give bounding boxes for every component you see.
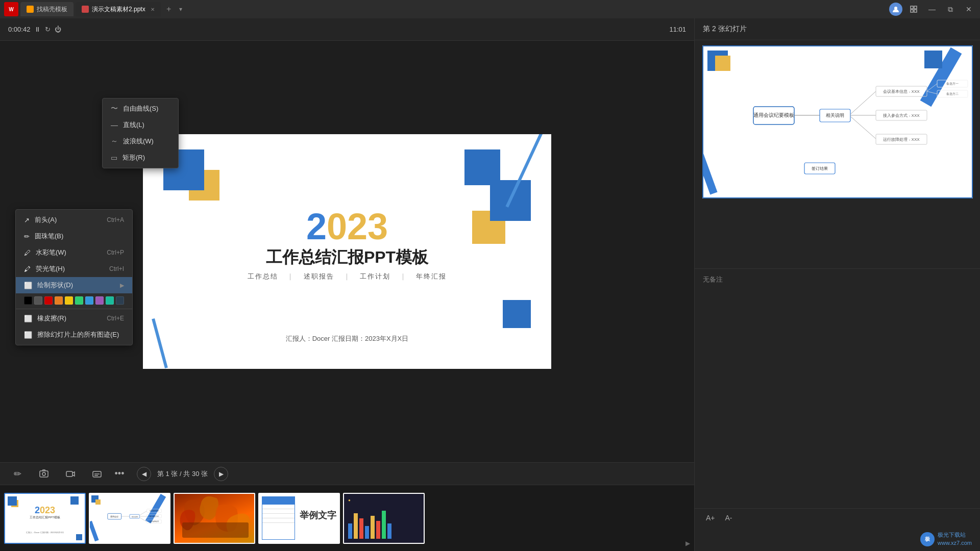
svg-text:签订结果: 签订结果 bbox=[812, 166, 828, 171]
title-bar-left: W 找稿壳模板 演示文稿素材2.pptx ✕ + ▾ bbox=[4, 2, 182, 16]
color-navy[interactable] bbox=[116, 296, 124, 305]
thumbnail-4[interactable]: 举例文字 bbox=[258, 493, 340, 544]
shape-submenu: 〜 自由曲线(S) — 直线(L) ～ 波浪线(W) ▭ 矩形(R) bbox=[102, 98, 179, 168]
th1-deco-blue bbox=[8, 496, 17, 506]
slide-deco-blue-br bbox=[503, 300, 531, 328]
current-slide: 第 1 张 bbox=[157, 470, 178, 478]
pen-menu-eraser[interactable]: ⬜ 橡皮擦(R) Ctrl+E bbox=[16, 310, 132, 327]
svg-text:接入参会方式 - XXX: 接入参会方式 - XXX bbox=[883, 113, 920, 118]
thumbnail-3[interactable] bbox=[174, 493, 255, 544]
pen-menu-clear-all[interactable]: ⬜ 擦除幻灯片上的所有图迹(E) bbox=[16, 327, 132, 343]
pen-menu-arrow[interactable]: ↗ 前头(A) Ctrl+A bbox=[16, 212, 132, 228]
fullscreen-button[interactable] bbox=[906, 2, 921, 16]
color-purple[interactable] bbox=[95, 296, 104, 305]
avatar[interactable] bbox=[889, 3, 902, 16]
color-red[interactable] bbox=[44, 296, 53, 305]
prev-slide-button[interactable]: ◀ bbox=[137, 467, 151, 481]
subtitle1: 工作总结 bbox=[248, 272, 278, 280]
video-button[interactable]: ↑ bbox=[61, 465, 80, 483]
menu-divider bbox=[16, 309, 132, 309]
svg-text:接入参会方式: 接入参会方式 bbox=[150, 515, 159, 517]
thumb4-text: 举例文字 bbox=[300, 509, 336, 521]
color-black[interactable] bbox=[24, 296, 32, 305]
svg-text:通用会议: 通用会议 bbox=[110, 515, 118, 518]
slide-author: 汇报人：Docer 汇报日期：2023年X月X日 bbox=[143, 334, 551, 343]
font-larger-button[interactable]: A+ bbox=[703, 513, 718, 523]
color-teal[interactable] bbox=[106, 296, 114, 305]
svg-line-16 bbox=[139, 511, 146, 515]
tab-close-icon[interactable]: ✕ bbox=[151, 7, 155, 12]
right-panel-header: 第 2 张幻灯片 bbox=[695, 18, 980, 40]
svg-rect-2 bbox=[914, 6, 917, 9]
thumbnail-strip: 2023 工作总结汇报PPT模板 汇报人：Docer 汇报日期：2023年X月X… bbox=[0, 485, 694, 551]
thumbnail-scroll-right[interactable]: ▶ bbox=[685, 540, 690, 547]
submenu-line[interactable]: — 直线(L) bbox=[103, 117, 178, 133]
highlighter-icon: 🖍 bbox=[24, 265, 31, 273]
tab-templates[interactable]: 找稿壳模板 bbox=[20, 2, 74, 16]
tab-dropdown-icon[interactable]: ▾ bbox=[179, 6, 182, 13]
thumbnail-2[interactable]: 通用会议 相关说明 会议基本信息 接入参会方式 运行故障处理 bbox=[89, 493, 170, 544]
th1-deco-blue-br bbox=[76, 534, 82, 540]
watercolor-icon: 🖊 bbox=[24, 249, 31, 257]
tab-add-button[interactable]: + bbox=[163, 3, 175, 15]
color-green[interactable] bbox=[75, 296, 83, 305]
font-smaller-button[interactable]: A- bbox=[722, 513, 736, 523]
subtitle2: 述职报告 bbox=[304, 272, 334, 280]
svg-rect-4 bbox=[914, 10, 917, 12]
wps-logo: W bbox=[4, 2, 18, 16]
divider3: ｜ bbox=[400, 272, 407, 281]
pen-menu-ballpoint[interactable]: ✏ 圆珠笔(B) bbox=[16, 228, 132, 244]
submenu-freehand[interactable]: 〜 自由曲线(S) bbox=[103, 101, 178, 117]
color-orange[interactable] bbox=[55, 296, 63, 305]
thumbnail-5[interactable]: ● bbox=[343, 493, 425, 544]
ballpoint-icon: ✏ bbox=[24, 233, 30, 240]
more-button[interactable]: ••• bbox=[110, 465, 129, 483]
pause-icon[interactable]: ⏸ bbox=[34, 26, 41, 33]
pen-tool-button[interactable]: ✏ ↑ bbox=[8, 465, 27, 483]
slide-year-suffix: 023 bbox=[327, 206, 388, 247]
svg-point-6 bbox=[42, 472, 45, 475]
th1-title: 工作总结汇报PPT模板 bbox=[5, 515, 85, 520]
nav-area: ◀ 第 1 张 / 共 30 张 ▶ bbox=[137, 467, 228, 481]
font-size-controls: A+ A- bbox=[695, 508, 980, 527]
rectangle-icon: ▭ bbox=[111, 154, 117, 162]
color-dark-gray[interactable] bbox=[34, 296, 42, 305]
screenshot-button[interactable]: ↑ bbox=[35, 465, 53, 483]
svg-rect-1 bbox=[911, 6, 913, 9]
pen-menu-shape[interactable]: ⬜ 绘制形状(D) ▶ bbox=[16, 277, 132, 293]
pen-menu-watercolor[interactable]: 🖊 水彩笔(W) Ctrl+P bbox=[16, 244, 132, 261]
thumbnail-1[interactable]: 2023 工作总结汇报PPT模板 汇报人：Docer 汇报日期：2023年X月X… bbox=[4, 493, 86, 544]
right-slide-thumb[interactable]: 通用会议纪要模板 相关说明 会议基本信息 - XXX 接入参会方式 - XXX bbox=[702, 45, 973, 198]
svg-text:备选方一: 备选方一 bbox=[946, 82, 959, 85]
power-icon[interactable]: ⏻ bbox=[55, 26, 61, 33]
restore-button[interactable]: ⧉ bbox=[943, 2, 958, 16]
minimize-button[interactable]: — bbox=[925, 2, 939, 16]
pen-menu-highlighter[interactable]: 🖍 荧光笔(H) Ctrl+I bbox=[16, 261, 132, 277]
svg-line-32 bbox=[850, 116, 876, 139]
slide-canvas[interactable]: 2023 工作总结汇报PPT模板 工作总结 ｜ 述职报告 ｜ 工作计划 ｜ 年终… bbox=[143, 134, 551, 369]
subtitle-button[interactable] bbox=[88, 465, 106, 483]
svg-text:相关说明: 相关说明 bbox=[132, 515, 138, 517]
svg-text:运行故障处理: 运行故障处理 bbox=[150, 520, 159, 522]
submenu-rectangle[interactable]: ▭ 矩形(R) bbox=[103, 149, 178, 166]
refresh-icon[interactable]: ↻ bbox=[45, 26, 51, 33]
nav-text: 第 1 张 / 共 30 张 bbox=[157, 469, 208, 479]
watermark-area: 极 极光下载站 www.xz7.com bbox=[695, 527, 980, 551]
title-bar-right: — ⧉ ✕ bbox=[889, 0, 976, 18]
right-slide-preview: 通用会议纪要模板 相关说明 会议基本信息 - XXX 接入参会方式 - XXX bbox=[695, 40, 980, 268]
main-area: 0:00:42 ⏸ ↻ ⏻ 11:01 bbox=[0, 18, 980, 551]
color-yellow[interactable] bbox=[65, 296, 73, 305]
svg-rect-3 bbox=[911, 10, 913, 12]
slide-main-title: 工作总结汇报PPT模板 bbox=[143, 246, 551, 269]
color-blue[interactable] bbox=[85, 296, 93, 305]
clear-icon: ⬜ bbox=[24, 331, 32, 339]
editor-panel: 0:00:42 ⏸ ↻ ⏻ 11:01 bbox=[0, 18, 694, 551]
next-slide-button[interactable]: ▶ bbox=[214, 467, 228, 481]
svg-line-18 bbox=[139, 517, 146, 522]
tab-presentation[interactable]: 演示文稿素材2.pptx ✕ bbox=[76, 2, 161, 16]
close-button[interactable]: ✕ bbox=[962, 2, 976, 16]
submenu-wave[interactable]: ～ 波浪线(W) bbox=[103, 133, 178, 149]
svg-text:会议基本信息 - XXX: 会议基本信息 - XXX bbox=[883, 89, 920, 94]
svg-text:运行故障处理 - XXX: 运行故障处理 - XXX bbox=[883, 137, 920, 142]
total-slides: 共 30 张 bbox=[183, 470, 208, 478]
